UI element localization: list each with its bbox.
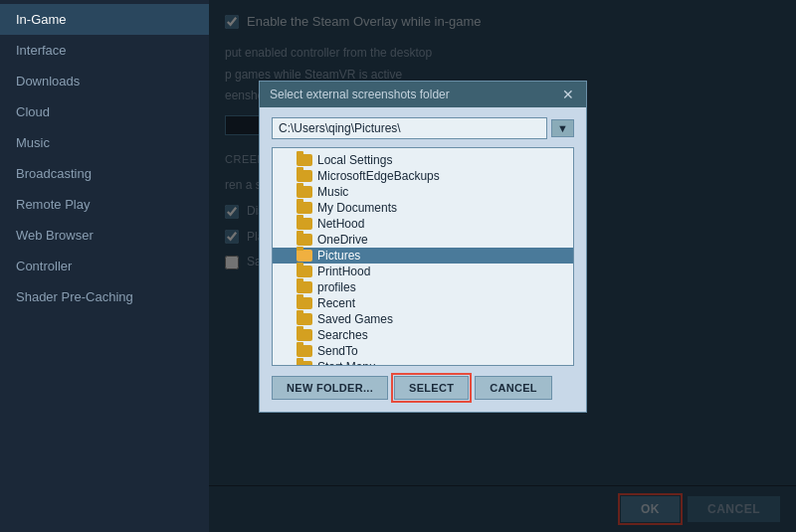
sidebar-item-in-game[interactable]: In-Game [0,4,209,35]
dialog-titlebar: Select external screenshots folder ✕ [260,82,586,107]
folder-icon [297,266,312,277]
dialog-overlay: Select external screenshots folder ✕ ▼ [209,0,796,532]
tree-item-onedrive[interactable]: OneDrive [273,232,573,248]
tree-item-label: Recent [317,296,355,310]
sidebar-item-broadcasting[interactable]: Broadcasting [0,158,209,189]
folder-icon [297,281,312,293]
tree-item-label: PrintHood [317,265,370,278]
tree-container[interactable]: Local Settings MicrosoftEdgeBackups Musi… [272,147,574,366]
tree-item-label: Searches [317,328,368,342]
sidebar-item-downloads[interactable]: Downloads [0,66,209,96]
folder-icon [297,154,312,166]
tree-item-local-settings[interactable]: Local Settings [273,152,573,168]
folder-icon [297,186,312,198]
folder-icon [297,345,312,357]
select-button[interactable]: SELECT [394,376,469,400]
tree-item-start-menu[interactable]: Start Menu [273,359,573,366]
sidebar-item-shader-pre-caching[interactable]: Shader Pre-Caching [0,281,209,312]
app-container: In-Game Interface Downloads Cloud Music … [0,0,796,532]
tree-item-label: Local Settings [317,153,392,167]
folder-icon [297,361,312,366]
tree-item-recent[interactable]: Recent [273,295,573,311]
tree-item-my-documents[interactable]: My Documents [273,200,573,216]
tree-item-saved-games[interactable]: Saved Games [273,311,573,327]
tree-item-searches[interactable]: Searches [273,327,573,343]
sidebar-item-web-browser[interactable]: Web Browser [0,220,209,251]
dialog-cancel-button[interactable]: CANCEL [475,376,552,400]
new-folder-button[interactable]: NEW FOLDER... [272,376,388,400]
dialog-footer: NEW FOLDER... SELECT CANCEL [272,374,574,402]
sidebar: In-Game Interface Downloads Cloud Music … [0,0,209,532]
tree-item-label: MicrosoftEdgeBackups [317,169,440,183]
sidebar-item-remote-play[interactable]: Remote Play [0,189,209,220]
tree-item-msedge-backups[interactable]: MicrosoftEdgeBackups [273,168,573,184]
tree-item-label: NetHood [317,217,364,231]
folder-icon [297,234,312,246]
tree-item-nethood[interactable]: NetHood [273,216,573,232]
path-row: ▼ [272,117,574,139]
tree-item-printhood[interactable]: PrintHood [273,264,573,279]
folder-icon [297,202,312,214]
tree-item-label: SendTo [317,344,358,358]
dialog-title: Select external screenshots folder [270,88,450,101]
dialog-body: ▼ Local Settings MicrosoftEdgeBackups [260,107,586,412]
sidebar-item-cloud[interactable]: Cloud [0,96,209,127]
tree-item-music[interactable]: Music [273,184,573,200]
tree-item-profiles[interactable]: profiles [273,279,573,295]
tree-item-label: OneDrive [317,233,368,247]
tree-item-pictures[interactable]: Pictures [273,248,573,264]
tree-item-label: Pictures [317,249,360,263]
folder-icon [297,170,312,182]
tree-item-label: Saved Games [317,312,393,326]
sidebar-item-controller[interactable]: Controller [0,251,209,281]
folder-icon [297,250,312,262]
tree-item-label: profiles [317,280,356,294]
folder-icon [297,329,312,341]
main-content: Enable the Steam Overlay while in-game p… [209,0,796,532]
tree-item-sendto[interactable]: SendTo [273,343,573,359]
folder-dialog: Select external screenshots folder ✕ ▼ [259,81,587,413]
path-dropdown-button[interactable]: ▼ [551,119,574,137]
path-input[interactable] [272,117,547,139]
dialog-close-button[interactable]: ✕ [560,88,576,101]
tree-item-label: Music [317,185,348,199]
sidebar-item-interface[interactable]: Interface [0,35,209,66]
tree-item-label: Start Menu [317,360,376,366]
tree-item-label: My Documents [317,201,397,215]
folder-icon [297,297,312,309]
sidebar-item-music[interactable]: Music [0,127,209,158]
folder-icon [297,218,312,230]
folder-icon [297,313,312,325]
